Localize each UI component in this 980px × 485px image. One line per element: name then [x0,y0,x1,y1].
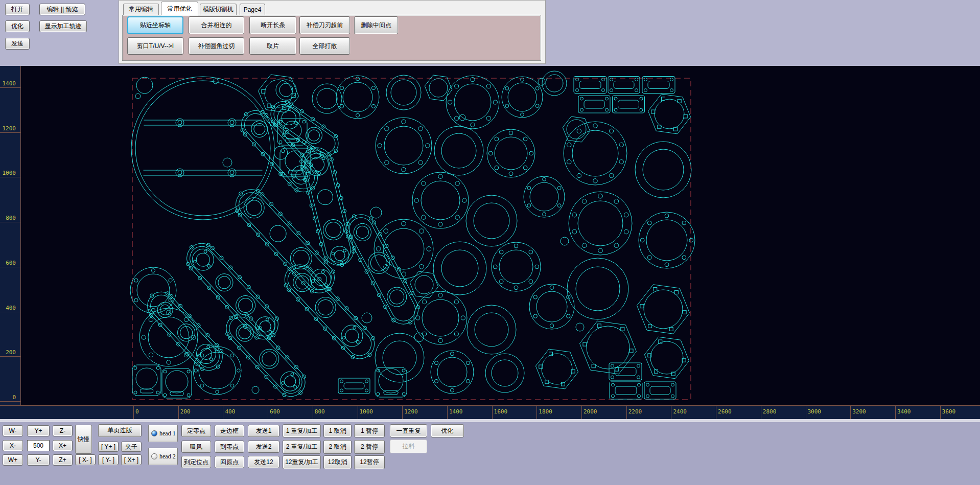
pause12-button[interactable]: 12暂停 [354,455,385,469]
edit-preview-button[interactable]: 编辑 || 预览 [39,4,85,15]
repeat1-button[interactable]: 1 重复/加工 [283,424,321,437]
open-button[interactable]: 打开 [5,4,30,15]
clamp-button[interactable]: 夹子 [121,442,142,452]
top-band: 打开 编辑 || 预览 优化 显示加工轨迹 发送 常用编辑 常用优化 模版切割机… [0,0,980,66]
part-flange [336,76,379,119]
send1-button[interactable]: 发送1 [248,425,279,437]
delete-midpoints-button[interactable]: 删除中间点 [354,16,398,34]
part-flange [374,219,433,279]
bracket-x-plus-button[interactable]: [ X+ ] [121,454,142,465]
h-ruler-tick [492,406,493,420]
show-track-button[interactable]: 显示加工轨迹 [39,20,87,32]
part-hex-flange [637,285,690,334]
head2-selector[interactable]: head 2 [148,448,178,465]
drawing-canvas[interactable]: 1400120010008006004002000 [0,66,980,405]
repeat12-button[interactable]: 12重复/加工 [283,455,321,469]
suction-button[interactable]: 吸风 [181,441,211,453]
bracket-y-minus-button[interactable]: [ Y- ] [98,454,119,465]
snap-to-axis-button[interactable]: 贴近坐标轴 [127,16,183,34]
h-ruler-tick [761,406,761,420]
jog-x-minus-button[interactable]: X- [3,440,23,451]
break-long-strip-button[interactable]: 断开长条 [249,16,296,34]
part-flange [564,122,627,185]
to-position-button[interactable]: 到定位点 [181,456,211,468]
set-zero-button[interactable]: 定零点 [181,425,211,437]
part-flange [538,78,545,85]
part-flange [569,192,632,255]
part-plate-gasket [218,306,314,405]
pick-piece-button[interactable]: 取片 [249,37,296,55]
part-cover-gasket [132,365,161,396]
send12-button[interactable]: 发送12 [248,456,279,468]
jog-w-plus-button[interactable]: W+ [3,454,23,466]
send-button[interactable]: 发送 [5,38,30,50]
h-ruler-label: 0 [135,408,139,415]
part-plate-gasket [276,256,383,367]
walk-frame-button[interactable]: 走边框 [215,425,244,437]
bracket-x-minus-button[interactable]: [ X- ] [75,454,96,465]
to-zero-button[interactable]: 到零点 [215,441,244,453]
h-ruler-label: 3400 [897,408,911,415]
h-ruler-tick [268,406,268,420]
jog-w-minus-button[interactable]: W- [3,425,23,436]
jog-y-minus-button[interactable]: Y- [27,454,50,466]
compensate-fillet-overcut-button[interactable]: 补偿圆角过切 [189,37,244,55]
v-ruler-label: 600 [6,260,16,266]
v-ruler-tick [0,222,21,222]
jog-y-plus-button[interactable]: Y+ [27,425,50,436]
h-ruler-label: 1600 [494,408,508,415]
compensate-blade-lead-button[interactable]: 补偿刀刃超前 [299,16,350,34]
tab-common-optimize[interactable]: 常用优化 [161,2,198,15]
h-ruler-tick [447,406,448,420]
h-ruler-tick [402,406,403,420]
part-flange [386,75,421,110]
pull-material-button: 拉料 [390,440,427,453]
head2-radio[interactable] [151,453,157,459]
cut-tuv-to-i-button[interactable]: 剪口T/U/V-->I [127,37,183,55]
tab-page4[interactable]: Page4 [240,4,265,15]
head1-selector[interactable]: head 1 [148,425,178,442]
part-flange [130,267,176,313]
part-flange [433,242,486,295]
speed-toggle-button[interactable]: 快慢 [75,425,92,454]
h-ruler-label: 3000 [808,408,822,415]
jog-z-plus-button[interactable]: Z+ [53,454,73,466]
part-flange [487,129,535,177]
repeat2-button[interactable]: 2 重复/加工 [283,440,321,454]
part-flange [434,126,483,175]
cancel12-button[interactable]: 12取消 [323,455,352,469]
home-button[interactable]: 回原点 [215,456,244,468]
part-flange [502,77,543,118]
cancel1-button[interactable]: 1 取消 [323,424,352,437]
cancel2-button[interactable]: 2 取消 [323,440,352,454]
part-rect-gasket [574,77,606,94]
part-flange [414,291,467,344]
nest-drawing [0,66,980,405]
optimize2-button[interactable]: 优化 [431,424,464,437]
part-flange [375,333,424,382]
part-flange [431,351,474,394]
jog-x-plus-button[interactable]: X+ [53,440,73,451]
single-page-panel-button[interactable]: 单页连版 [98,424,142,437]
merge-connected-button[interactable]: 合并相连的 [189,16,244,34]
v-ruler-tick [0,356,21,357]
jog-z-minus-button[interactable]: Z- [53,425,73,436]
feed-value-input[interactable] [27,440,50,451]
pause1-button[interactable]: 1 暂停 [354,424,385,437]
always-repeat-button[interactable]: 一直重复 [390,424,427,437]
h-ruler-tick [313,406,313,420]
tab-template-cutter[interactable]: 模版切割机 [200,4,237,15]
h-ruler-tick [940,406,941,420]
send2-button[interactable]: 发送2 [248,441,279,453]
explode-all-button[interactable]: 全部打散 [299,37,350,55]
part-hex-flange [580,321,637,374]
optimize-button[interactable]: 优化 [5,20,30,32]
head1-radio[interactable] [151,430,157,436]
ribbon-panel: 常用编辑 常用优化 模版切割机 Page4 贴近坐标轴 合并相连的 断开长条 补… [119,0,546,64]
bracket-y-plus-button[interactable]: [ Y+ ] [98,442,119,452]
tab-common-edit[interactable]: 常用编辑 [123,4,159,15]
ruler-divider [0,419,980,422]
part-rect-gasket [642,77,675,94]
h-ruler-label: 3200 [852,408,866,415]
pause2-button[interactable]: 2 暂停 [354,440,385,454]
